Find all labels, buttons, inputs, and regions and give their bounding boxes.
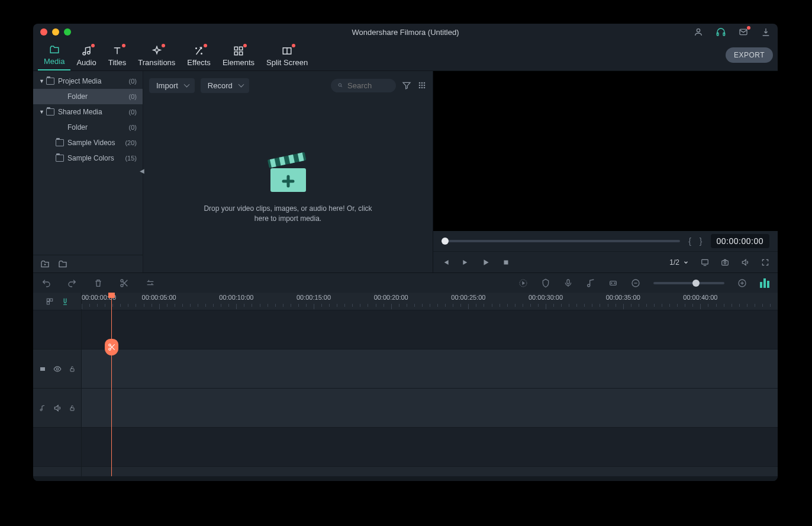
zoom-out-icon[interactable] [631, 278, 640, 288]
svg-rect-30 [702, 259, 708, 264]
clapper-icon [262, 148, 315, 195]
search-input[interactable] [347, 81, 389, 90]
track-row-video[interactable] [82, 349, 778, 389]
lock-icon[interactable] [69, 405, 76, 412]
mark-out-icon[interactable]: } [700, 236, 703, 246]
tab-media[interactable]: Media [38, 42, 70, 70]
download-icon[interactable] [761, 27, 771, 37]
split-icon[interactable] [120, 278, 129, 288]
svg-point-6 [196, 48, 197, 49]
snap-icon[interactable] [61, 297, 69, 306]
tab-label: Titles [108, 58, 127, 67]
svg-point-32 [724, 261, 726, 264]
search-icon [338, 81, 343, 89]
tab-label: Transitions [138, 58, 175, 67]
snapshot-icon[interactable] [721, 258, 729, 267]
tab-transitions[interactable]: Transitions [132, 43, 181, 70]
zoom-in-icon[interactable] [737, 278, 747, 288]
filter-icon[interactable] [402, 81, 411, 90]
svg-point-47 [56, 368, 59, 370]
marker-icon[interactable] [541, 278, 550, 288]
preview-pane: { } 00:00:00:00 1/2 [433, 71, 778, 272]
svg-rect-48 [70, 368, 74, 371]
display-icon[interactable] [701, 258, 709, 267]
new-folder-icon[interactable] [40, 259, 50, 269]
messages-icon[interactable] [739, 27, 748, 37]
svg-rect-50 [70, 408, 74, 410]
keyframe-icon[interactable] [608, 278, 618, 288]
delete-icon[interactable] [94, 278, 103, 288]
svg-rect-36 [567, 280, 569, 284]
track-manage-icon[interactable] [46, 297, 54, 306]
tab-label: Elements [223, 58, 254, 67]
open-folder-icon[interactable] [58, 259, 67, 269]
track-headers [33, 293, 82, 476]
track-row-audio[interactable] [82, 389, 778, 428]
playhead-scissors-icon[interactable] [105, 339, 118, 355]
voiceover-icon[interactable] [563, 278, 573, 288]
track-row[interactable] [82, 310, 778, 349]
media-dropzone[interactable]: Drop your video clips, images, or audio … [143, 100, 433, 272]
sidebar-item-folder-2[interactable]: Folder(0) [33, 120, 143, 135]
video-track-icon [39, 365, 46, 373]
redo-icon[interactable] [67, 278, 77, 288]
undo-icon[interactable] [41, 278, 51, 288]
sidebar-item-sample-videos[interactable]: Sample Videos(20) [33, 135, 143, 150]
tab-elements[interactable]: Elements [217, 43, 260, 70]
svg-rect-29 [504, 260, 508, 264]
track-row[interactable] [82, 428, 778, 467]
mark-in-icon[interactable]: { [688, 236, 691, 246]
horizontal-scrollbar[interactable] [33, 476, 778, 481]
tab-effects[interactable]: Effects [181, 43, 217, 70]
audio-mixer-icon[interactable] [760, 278, 769, 288]
visibility-icon[interactable] [53, 365, 62, 373]
svg-point-17 [419, 85, 421, 86]
zoom-slider[interactable] [653, 282, 724, 284]
collapse-sidebar-icon[interactable]: ◀ [140, 168, 144, 174]
tab-label: Media [44, 57, 65, 66]
sidebar-item-sample-colors[interactable]: Sample Colors(15) [33, 150, 143, 166]
timeline: 00:00:00:0000:00:05:0000:00:10:0000:00:1… [33, 293, 778, 476]
tracks-area[interactable]: 00:00:00:0000:00:05:0000:00:10:0000:00:1… [82, 293, 778, 476]
time-ruler[interactable]: 00:00:00:0000:00:05:0000:00:10:0000:00:1… [82, 293, 778, 310]
lock-icon[interactable] [69, 365, 76, 373]
svg-point-19 [424, 85, 426, 86]
main-tabs: Media Audio Titles Transitions Effects E… [33, 40, 778, 71]
svg-rect-43 [47, 299, 49, 301]
audio-mix-icon[interactable] [586, 278, 595, 288]
record-dropdown[interactable]: Record [201, 78, 249, 93]
prev-frame-icon[interactable] [442, 258, 450, 267]
scrub-track[interactable] [442, 240, 680, 242]
playhead[interactable] [111, 293, 112, 476]
svg-rect-10 [234, 52, 237, 55]
mute-icon[interactable] [53, 404, 62, 412]
sidebar-item-folder[interactable]: Folder(0) [33, 89, 143, 104]
tab-audio[interactable]: Audio [70, 43, 102, 70]
edit-tools-icon[interactable] [146, 278, 155, 288]
search-box[interactable] [331, 79, 396, 92]
preview-canvas[interactable] [433, 71, 778, 231]
svg-rect-31 [722, 261, 729, 265]
audio-track-header[interactable] [33, 389, 81, 428]
account-icon[interactable] [694, 27, 703, 37]
svg-point-14 [419, 82, 421, 84]
sidebar-item-project-media[interactable]: ▼Project Media(0) [33, 73, 143, 89]
video-track-header[interactable] [33, 349, 81, 389]
tab-split-screen[interactable]: Split Screen [260, 43, 314, 70]
volume-icon[interactable] [741, 258, 749, 267]
titlebar: Wondershare Filmora (Untitled) [33, 24, 778, 40]
middle-pane: ▼Project Media(0) Folder(0) ▼Shared Medi… [33, 71, 778, 272]
stop-icon[interactable] [502, 258, 510, 267]
svg-point-40 [614, 283, 615, 283]
import-dropdown[interactable]: Import [149, 78, 195, 93]
quality-dropdown[interactable]: 1/2 [669, 258, 689, 267]
tab-titles[interactable]: Titles [102, 43, 133, 70]
play-icon[interactable] [482, 258, 490, 267]
next-frame-icon[interactable] [462, 258, 470, 267]
export-button[interactable]: EXPORT [726, 47, 773, 63]
view-grid-icon[interactable] [417, 81, 427, 90]
sidebar-item-shared-media[interactable]: ▼Shared Media(0) [33, 104, 143, 120]
fullscreen-icon[interactable] [761, 258, 769, 267]
support-icon[interactable] [716, 27, 726, 37]
render-icon[interactable] [518, 278, 528, 288]
